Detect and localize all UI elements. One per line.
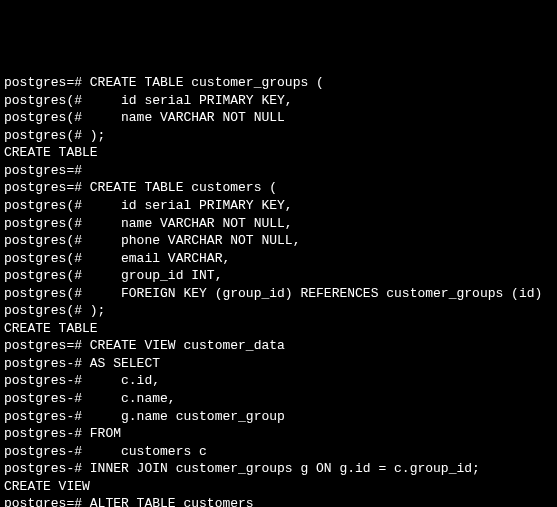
terminal-line: postgres=# — [4, 162, 553, 180]
terminal-line: postgres-# customers c — [4, 443, 553, 461]
terminal-line: postgres-# c.id, — [4, 372, 553, 390]
terminal-line: postgres(# ); — [4, 127, 553, 145]
terminal-output: postgres=# CREATE TABLE customer_groups … — [4, 74, 553, 507]
terminal-line: postgres(# name VARCHAR NOT NULL — [4, 109, 553, 127]
terminal-line: postgres=# ALTER TABLE customers — [4, 495, 553, 507]
terminal-line: postgres(# name VARCHAR NOT NULL, — [4, 215, 553, 233]
terminal-line: CREATE TABLE — [4, 320, 553, 338]
terminal-line: postgres(# group_id INT, — [4, 267, 553, 285]
terminal-line: postgres(# id serial PRIMARY KEY, — [4, 92, 553, 110]
terminal-line: CREATE VIEW — [4, 478, 553, 496]
terminal-line: postgres=# CREATE TABLE customers ( — [4, 179, 553, 197]
terminal-line: postgres(# FOREIGN KEY (group_id) REFERE… — [4, 285, 553, 303]
terminal-line: postgres-# INNER JOIN customer_groups g … — [4, 460, 553, 478]
terminal-line: postgres(# id serial PRIMARY KEY, — [4, 197, 553, 215]
terminal-line: postgres(# ); — [4, 302, 553, 320]
terminal-line: postgres-# g.name customer_group — [4, 408, 553, 426]
terminal-line: postgres-# c.name, — [4, 390, 553, 408]
terminal-line: postgres=# CREATE TABLE customer_groups … — [4, 74, 553, 92]
terminal-line: CREATE TABLE — [4, 144, 553, 162]
terminal-line: postgres=# CREATE VIEW customer_data — [4, 337, 553, 355]
terminal-line: postgres(# email VARCHAR, — [4, 250, 553, 268]
terminal-line: postgres(# phone VARCHAR NOT NULL, — [4, 232, 553, 250]
terminal-line: postgres-# FROM — [4, 425, 553, 443]
terminal-line: postgres-# AS SELECT — [4, 355, 553, 373]
